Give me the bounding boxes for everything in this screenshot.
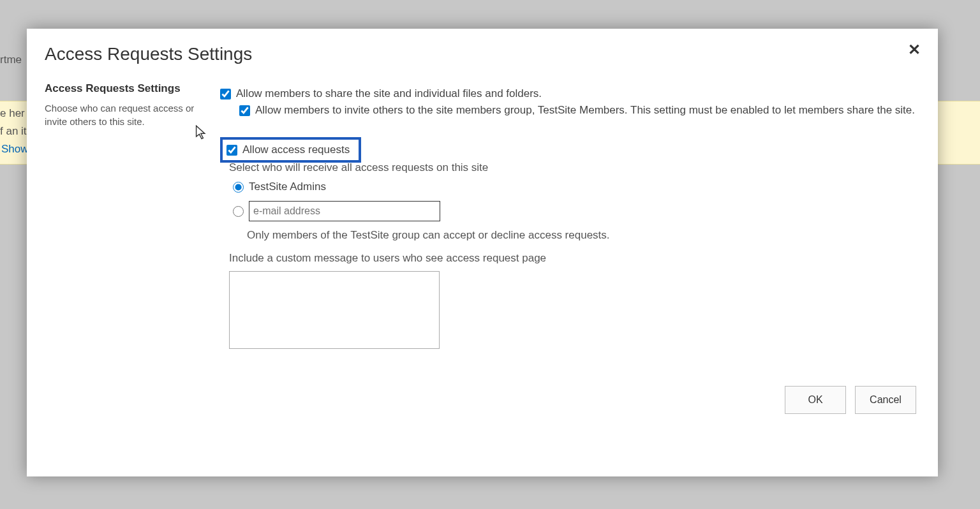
radio-email-address[interactable] — [233, 206, 244, 217]
accept-decline-hint: Only members of the TestSite group can a… — [247, 229, 920, 242]
receive-requests-label: Select who will receive all access reque… — [229, 161, 920, 174]
checkbox-allow-access-requests-label: Allow access requests — [242, 144, 350, 156]
allow-access-requests-highlight: Allow access requests — [220, 137, 361, 163]
ok-button[interactable]: OK — [785, 386, 846, 414]
close-button[interactable]: ✕ — [905, 40, 924, 59]
access-requests-modal: ✕ Access Requests Settings Access Reques… — [27, 29, 938, 476]
checkbox-allow-access-requests[interactable] — [226, 145, 237, 156]
modal-title: Access Requests Settings — [45, 44, 920, 64]
cancel-button[interactable]: Cancel — [855, 386, 916, 414]
bg-link-fragment: rtme — [0, 54, 22, 66]
section-heading: Access Requests Settings — [45, 82, 204, 95]
checkbox-allow-share[interactable] — [220, 89, 231, 100]
right-column: Allow members to share the site and indi… — [211, 82, 920, 351]
section-description: Choose who can request access or invite … — [45, 101, 204, 128]
bg-hint-line2: f an it — [0, 125, 27, 138]
custom-message-label: Include a custom message to users who se… — [229, 252, 920, 265]
bg-hint-line1: e her — [0, 107, 25, 120]
radio-testsite-admins[interactable] — [233, 182, 244, 193]
checkbox-allow-share-label: Allow members to share the site and indi… — [236, 87, 542, 100]
checkbox-allow-invite[interactable] — [239, 105, 250, 116]
radio-testsite-admins-label: TestSite Admins — [249, 181, 326, 193]
footer-buttons: OK Cancel — [785, 386, 916, 414]
checkbox-allow-invite-label: Allow members to invite others to the si… — [255, 104, 915, 117]
custom-message-textarea[interactable] — [229, 271, 440, 349]
bg-show-link[interactable]: Show — [1, 143, 29, 156]
email-address-input[interactable] — [249, 201, 440, 221]
left-column: Access Requests Settings Choose who can … — [45, 82, 211, 128]
close-icon: ✕ — [908, 42, 921, 57]
